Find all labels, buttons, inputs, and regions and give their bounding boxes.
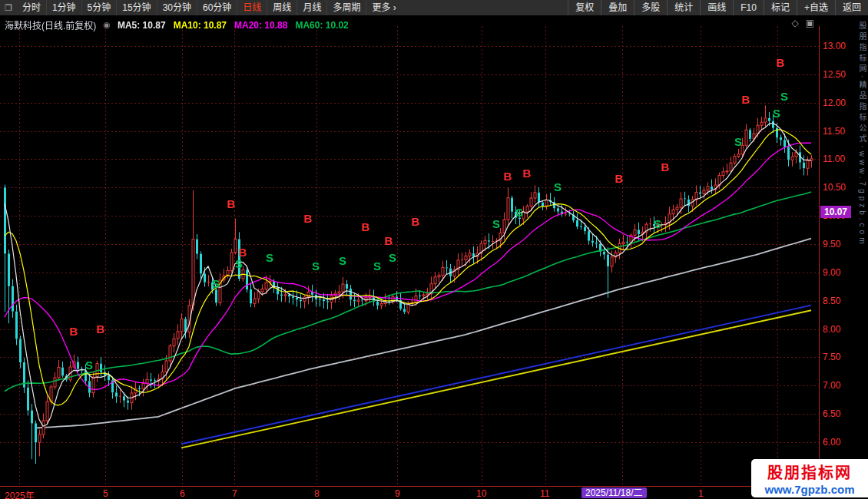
period-tab[interactable]: 更多 › xyxy=(366,0,401,15)
toolbar-button[interactable]: 标记 xyxy=(764,0,797,15)
price-axis-label: 7.50 xyxy=(823,352,858,362)
time-axis-label: 9 xyxy=(395,488,400,499)
time-axis-label: 5 xyxy=(103,488,108,499)
toolbar-button[interactable]: 复权 xyxy=(568,0,601,15)
toolbar-button[interactable]: 画线 xyxy=(700,0,733,15)
price-axis-label: 8.00 xyxy=(823,324,858,335)
time-axis-label: 10 xyxy=(476,488,486,499)
period-tab[interactable]: 30分钟 xyxy=(157,0,197,15)
time-axis: 2025/11/18/二 2025年5678910111 xyxy=(0,486,868,499)
price-axis-label: 12.00 xyxy=(823,97,858,108)
period-tab[interactable]: 多周期 xyxy=(326,0,366,15)
period-tab[interactable]: 月线 xyxy=(297,0,326,15)
price-axis-label: 12.50 xyxy=(823,69,858,80)
price-axis-label: 9.00 xyxy=(823,267,858,278)
toolbar-button[interactable]: +自选 xyxy=(797,0,835,15)
price-badge: 10.07 xyxy=(820,206,851,218)
toolbar-button[interactable]: F10 xyxy=(733,0,764,15)
app-window: ❐ 分时1分钟5分钟15分钟30分钟60分钟日线周线月线多周期更多 › 复权叠加… xyxy=(0,0,868,499)
window-icon[interactable]: ❐ xyxy=(0,3,17,13)
toolbar-button[interactable]: 统计 xyxy=(667,0,700,15)
selected-date-badge: 2025/11/18/二 xyxy=(581,487,647,498)
watermark-url: www.7gpzb.com xyxy=(765,483,855,496)
time-axis-label: 8 xyxy=(314,488,320,499)
price-axis-label: 13.00 xyxy=(823,41,858,51)
period-tab[interactable]: 60分钟 xyxy=(197,0,237,15)
ma-label: MA20: 10.88 xyxy=(234,20,287,31)
toolbar-actions: 复权叠加多股统计画线F10标记+自选返回 xyxy=(568,0,868,15)
chart-header: 海默科技(日线.前复权) ◉ MA5: 10.87MA10: 10.87MA20… xyxy=(5,18,356,31)
ma-label: MA5: 10.87 xyxy=(118,20,166,31)
toolbar-button[interactable]: 多股 xyxy=(634,0,667,15)
chart-corner-icons: ◇▣ xyxy=(784,18,814,28)
corner-icon[interactable]: ◇ xyxy=(791,18,798,28)
toolbar-button[interactable]: 返回 xyxy=(835,0,868,15)
chart-area: 海默科技(日线.前复权) ◉ MA5: 10.87MA10: 10.87MA20… xyxy=(0,15,868,499)
watermark: 股朋指标网 www.7gpzb.com xyxy=(751,459,868,497)
stock-title: 海默科技(日线.前复权) xyxy=(5,18,96,31)
price-axis-label: 6.50 xyxy=(823,408,858,419)
time-axis-label: 1 xyxy=(698,488,704,499)
ma-label: MA60: 10.02 xyxy=(295,20,348,31)
right-edge-watermark: 股朋指标网·精品指标公式·www.7gpzb.com xyxy=(857,15,868,490)
price-axis-label: 11.00 xyxy=(823,154,858,164)
toolbar: ❐ 分时1分钟5分钟15分钟30分钟60分钟日线周线月线多周期更多 › 复权叠加… xyxy=(0,0,868,16)
ma-label: MA10: 10.87 xyxy=(174,20,227,31)
period-tab[interactable]: 15分钟 xyxy=(116,0,156,15)
candlestick-canvas[interactable] xyxy=(0,15,820,486)
period-tab[interactable]: 5分钟 xyxy=(81,0,117,15)
period-tab[interactable]: 分时 xyxy=(17,0,46,15)
time-axis-label: 7 xyxy=(232,488,237,499)
price-axis-label: 10.50 xyxy=(823,182,858,193)
indicator-eye-icon[interactable]: ◉ xyxy=(103,20,111,30)
corner-icon[interactable]: ▣ xyxy=(806,18,814,28)
period-tab[interactable]: 1分钟 xyxy=(46,0,81,15)
period-tab[interactable]: 周线 xyxy=(267,0,297,15)
price-axis-label: 9.50 xyxy=(823,239,858,250)
ma-values: MA5: 10.87MA10: 10.87MA20: 10.88MA60: 10… xyxy=(118,20,356,31)
period-tabs: 分时1分钟5分钟15分钟30分钟60分钟日线周线月线多周期更多 › xyxy=(17,0,568,15)
time-axis-label: 6 xyxy=(180,488,185,499)
toolbar-button[interactable]: 叠加 xyxy=(601,0,634,15)
price-axis-label: 7.00 xyxy=(823,380,858,391)
time-axis-label: 2025年 xyxy=(5,488,35,499)
price-axis-label: 8.50 xyxy=(823,296,858,306)
period-tab[interactable]: 日线 xyxy=(237,0,267,15)
price-axis-label: 11.50 xyxy=(823,126,858,137)
watermark-site-name: 股朋指标网 xyxy=(767,461,852,483)
time-axis-label: 11 xyxy=(540,488,549,499)
price-axis-label: 6.00 xyxy=(823,437,858,448)
